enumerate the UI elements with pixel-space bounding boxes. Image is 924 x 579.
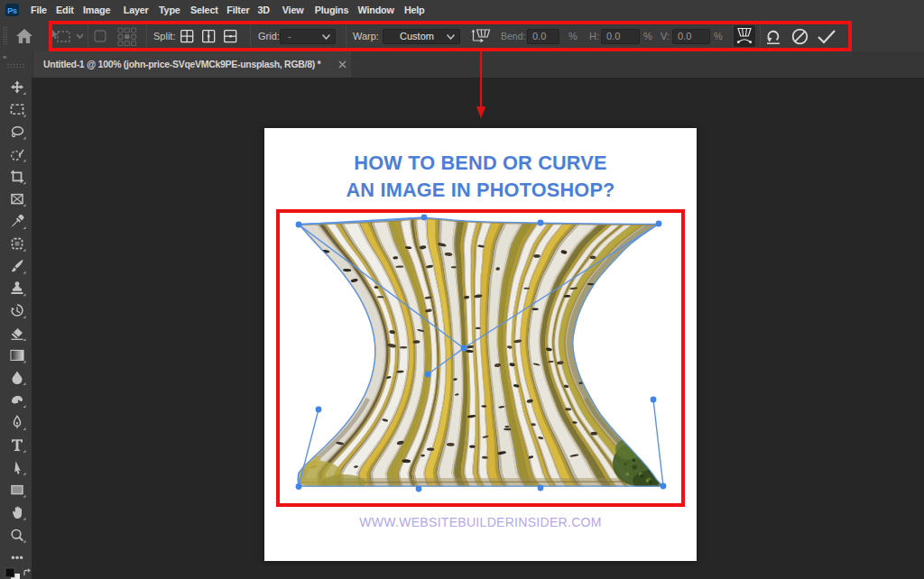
- svg-text:»: »: [3, 53, 7, 61]
- svg-text:Ps: Ps: [7, 6, 17, 15]
